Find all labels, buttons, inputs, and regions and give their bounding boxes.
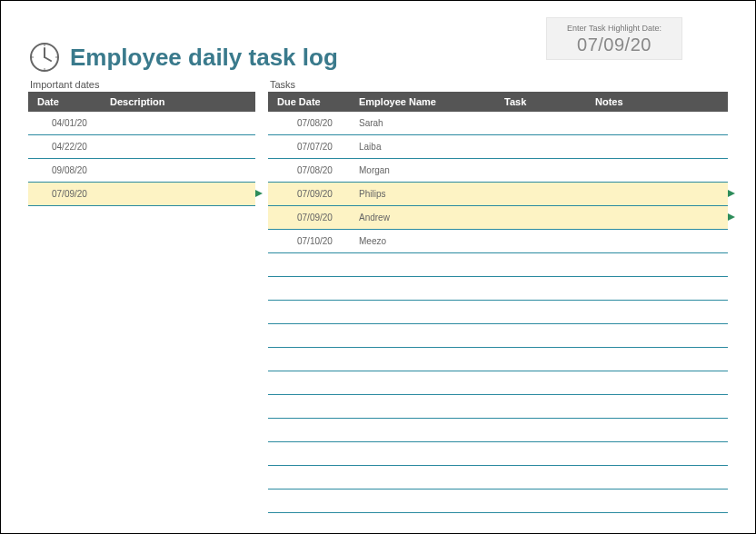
flag-icon	[726, 188, 737, 201]
important-row[interactable]: 04/22/20	[28, 135, 255, 159]
svg-marker-8	[728, 190, 735, 197]
title-wrap: Employee daily task log	[28, 17, 338, 74]
task-empty-row[interactable]	[268, 513, 728, 534]
task-due-cell: 07/09/20	[268, 213, 359, 222]
important-row[interactable]: 09/08/20	[28, 159, 255, 183]
important-row[interactable]: 04/01/20	[28, 112, 255, 135]
svg-marker-9	[728, 213, 735, 221]
task-empty-row[interactable]	[268, 466, 728, 490]
important-date-cell: 07/09/20	[28, 189, 110, 199]
task-empty-row[interactable]	[268, 324, 728, 348]
task-row[interactable]: 07/09/20Philips	[268, 183, 728, 206]
task-empty-row[interactable]	[268, 419, 728, 442]
highlight-date-box[interactable]: Enter Task Highlight Date: 07/09/20	[546, 17, 682, 60]
important-dates-section: Important dates Date Description 04/01/2…	[28, 79, 255, 534]
important-col-desc: Description	[110, 96, 255, 107]
task-due-cell: 07/07/20	[268, 142, 359, 152]
task-emp-cell: Morgan	[359, 165, 504, 175]
task-empty-row[interactable]	[268, 348, 728, 371]
clock-icon	[28, 41, 61, 74]
flag-icon	[726, 212, 737, 224]
task-emp-cell: Laiba	[359, 142, 504, 152]
tasks-col-due: Due Date	[268, 96, 359, 107]
task-row[interactable]: 07/10/20Meezo	[268, 230, 728, 253]
tasks-table-header: Due Date Employee Name Task Notes	[268, 92, 728, 112]
important-date-cell: 04/22/20	[28, 142, 110, 152]
important-table-body: 04/01/2004/22/2009/08/2007/09/20	[28, 112, 255, 206]
highlight-date-label: Enter Task Highlight Date:	[547, 24, 681, 33]
task-empty-row[interactable]	[268, 277, 728, 301]
task-emp-cell: Philips	[359, 189, 504, 199]
task-row[interactable]: 07/08/20Sarah	[268, 112, 728, 135]
task-emp-cell: Meezo	[359, 236, 504, 246]
tasks-col-task: Task	[504, 96, 595, 107]
task-due-cell: 07/08/20	[268, 165, 359, 175]
task-due-cell: 07/08/20	[268, 118, 359, 128]
important-col-date: Date	[28, 96, 110, 107]
flag-icon	[254, 188, 264, 201]
task-row[interactable]: 07/07/20Laiba	[268, 135, 728, 159]
tasks-col-notes: Notes	[595, 96, 728, 107]
task-empty-row[interactable]	[268, 371, 728, 395]
task-empty-row[interactable]	[268, 395, 728, 419]
important-section-label: Important dates	[28, 79, 255, 90]
tasks-section-label: Tasks	[268, 79, 728, 90]
tasks-section: Tasks Due Date Employee Name Task Notes …	[268, 79, 728, 534]
task-due-cell: 07/09/20	[268, 189, 359, 199]
important-table-header: Date Description	[28, 92, 255, 112]
task-emp-cell: Sarah	[359, 118, 504, 128]
task-due-cell: 07/10/20	[268, 236, 359, 246]
task-empty-row[interactable]	[268, 442, 728, 466]
task-empty-row[interactable]	[268, 490, 728, 513]
tasks-table-body: 07/08/20Sarah07/07/20Laiba07/08/20Morgan…	[268, 112, 728, 534]
tasks-col-emp: Employee Name	[359, 96, 504, 107]
page-title: Employee daily task log	[70, 44, 338, 72]
columns: Important dates Date Description 04/01/2…	[28, 79, 728, 534]
highlight-date-value: 07/09/20	[547, 35, 681, 55]
task-row[interactable]: 07/09/20Andrew	[268, 206, 728, 230]
task-empty-row[interactable]	[268, 301, 728, 324]
svg-line-2	[45, 57, 51, 61]
svg-point-4	[55, 56, 57, 58]
task-empty-row[interactable]	[268, 253, 728, 277]
important-row[interactable]: 07/09/20	[28, 183, 255, 206]
important-date-cell: 04/01/20	[28, 118, 110, 128]
svg-point-5	[44, 68, 45, 70]
svg-marker-7	[255, 190, 263, 197]
task-emp-cell: Andrew	[359, 213, 504, 222]
header: Employee daily task log Enter Task Highl…	[28, 17, 728, 74]
task-row[interactable]: 07/08/20Morgan	[268, 159, 728, 183]
svg-point-6	[32, 56, 34, 58]
important-date-cell: 09/08/20	[28, 165, 110, 175]
svg-point-3	[44, 44, 45, 46]
